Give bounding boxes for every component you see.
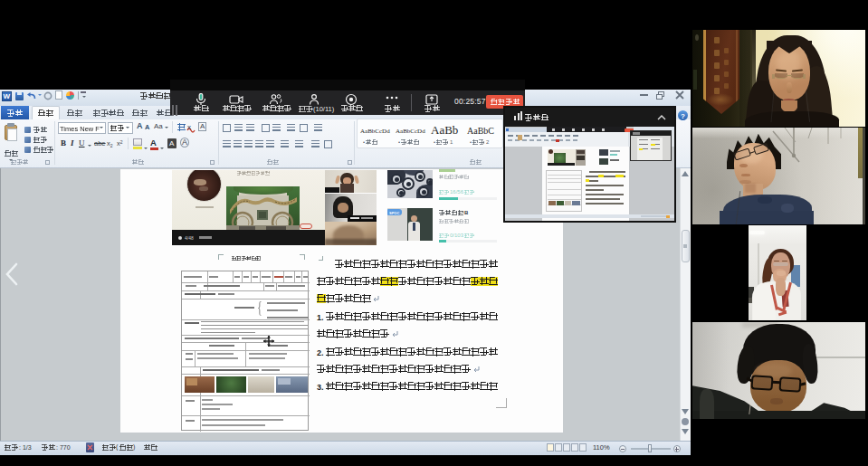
svg-text:x: x	[187, 123, 191, 131]
